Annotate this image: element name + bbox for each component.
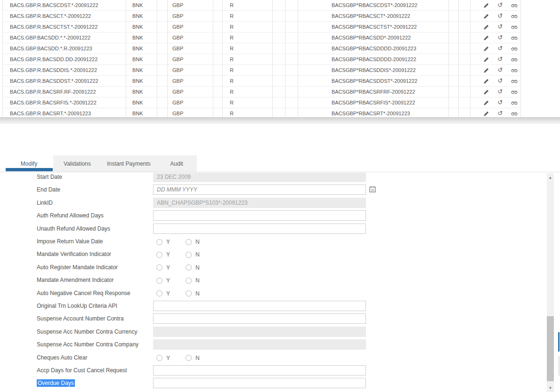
undo-icon[interactable]: ↺ <box>497 110 503 117</box>
undo-icon[interactable]: ↺ <box>497 67 503 73</box>
radio-button[interactable] <box>156 355 162 361</box>
radio-button[interactable] <box>186 278 192 284</box>
table-row: BACS.GBP.BACSDD.*.R-20091223 BNK GBP R B… <box>3 43 520 54</box>
view-icon[interactable] <box>511 56 518 63</box>
radio-button[interactable] <box>186 355 192 361</box>
view-icon[interactable] <box>511 99 518 106</box>
undo-icon[interactable]: ↺ <box>497 45 503 52</box>
view-icon[interactable] <box>511 88 518 95</box>
tab-instant-payments[interactable]: Instant Payments <box>101 155 156 172</box>
edit-icon[interactable] <box>483 45 489 52</box>
cell-empty <box>213 32 223 43</box>
undo-icon[interactable]: ↺ <box>497 88 503 95</box>
edit-icon[interactable] <box>483 56 489 63</box>
cell-empty <box>157 43 168 54</box>
form-row: Suspense Acc Number Contra Currency <box>0 326 547 337</box>
cell-row-actions: ↺ <box>471 108 520 117</box>
vertical-scrollbar[interactable]: ▲ ▼ <box>547 173 554 392</box>
text-input[interactable] <box>153 378 366 388</box>
cell-currency: GBP <box>168 76 213 86</box>
radio-option-y: Y <box>156 277 170 284</box>
undo-icon[interactable]: ↺ <box>497 99 503 106</box>
scrollbar-thumb[interactable] <box>547 316 554 381</box>
table-row: BACS.GBP.R.BACSRF.RF-20091222 BNK GBP R … <box>3 87 520 97</box>
view-icon[interactable] <box>511 24 518 30</box>
undo-icon[interactable]: ↺ <box>497 78 503 84</box>
edit-icon[interactable] <box>483 24 489 30</box>
radio-button[interactable] <box>156 239 162 245</box>
scroll-down-icon[interactable]: ▼ <box>547 384 554 392</box>
view-icon[interactable] <box>511 45 518 52</box>
form-row: Original Trn LookUp Criteria API <box>0 300 547 312</box>
view-icon[interactable] <box>511 2 518 8</box>
cell-row-actions: ↺ <box>471 97 520 108</box>
cell-indicator: R <box>223 87 273 97</box>
tab-validations[interactable]: Validations <box>53 155 101 172</box>
radio-option-label: Y <box>166 355 170 361</box>
cell-clearing-code: BACS.GBP.R.BACSCTST.*-20091222 <box>3 22 126 32</box>
undo-icon[interactable]: ↺ <box>497 56 503 63</box>
form-row: Auth Refund Allowed Days <box>0 210 547 221</box>
cell-indicator: R <box>223 22 273 32</box>
readonly-field: 23 DEC 2009 <box>153 173 366 182</box>
edit-icon[interactable] <box>483 110 489 117</box>
cell-empty <box>459 97 471 108</box>
readonly-field: ABN_CHAPSGBP*S103*-20091223 <box>153 198 366 208</box>
radio-button[interactable] <box>186 252 192 258</box>
tab-label: Modify <box>21 160 37 167</box>
cell-row-actions: ↺ <box>471 22 520 32</box>
text-input[interactable] <box>153 224 366 234</box>
edit-icon[interactable] <box>483 78 489 84</box>
view-icon[interactable] <box>511 67 518 73</box>
cell-empty <box>273 0 285 10</box>
field-label: Cheques Auto Clear <box>37 352 87 363</box>
cell-empty <box>459 76 471 86</box>
cell-empty <box>213 97 223 108</box>
undo-icon[interactable]: ↺ <box>497 13 503 19</box>
view-icon[interactable] <box>511 13 518 19</box>
radio-button[interactable] <box>186 290 192 296</box>
undo-icon[interactable]: ↺ <box>497 2 503 8</box>
radio-button[interactable] <box>186 264 192 271</box>
radio-button[interactable] <box>156 290 162 296</box>
view-icon[interactable] <box>511 110 518 117</box>
view-icon[interactable] <box>511 78 518 84</box>
radio-group: Y N <box>153 288 374 299</box>
text-input[interactable] <box>153 301 366 311</box>
radio-button[interactable] <box>156 264 162 271</box>
cell-row-actions: ↺ <box>471 87 520 97</box>
cell-empty <box>157 0 168 10</box>
right-edge-field-fragment-gray <box>559 356 560 376</box>
date-input[interactable] <box>153 184 366 195</box>
cell-empty <box>273 22 285 32</box>
calendar-icon[interactable]: 31 <box>369 186 376 192</box>
radio-button[interactable] <box>186 239 192 245</box>
text-input[interactable] <box>153 313 366 324</box>
edit-icon[interactable] <box>483 99 489 106</box>
cell-bank-code: BNK <box>126 11 157 21</box>
cell-empty <box>285 54 298 64</box>
tab-modify[interactable]: Modify <box>5 155 53 172</box>
undo-icon[interactable]: ↺ <box>497 24 503 30</box>
text-input[interactable] <box>153 365 366 376</box>
field-control <box>153 339 374 350</box>
scroll-up-icon[interactable]: ▲ <box>547 174 554 182</box>
field-label: Auto Negative Cancel Req Response <box>37 288 130 299</box>
edit-icon[interactable] <box>483 67 489 73</box>
radio-group: Y N <box>153 236 374 248</box>
edit-icon[interactable] <box>483 2 489 8</box>
form-row: Mandate Verification Indicator Y N <box>0 248 547 260</box>
undo-icon[interactable]: ↺ <box>497 34 503 41</box>
edit-icon[interactable] <box>483 13 489 19</box>
radio-button[interactable] <box>156 252 162 258</box>
tab-audit[interactable]: Audit <box>156 155 197 172</box>
edit-icon[interactable] <box>483 88 489 95</box>
cell-clearing-code: BACS.GBP.R.BACSRT.*-20091223 <box>3 108 126 117</box>
text-input[interactable] <box>153 210 366 221</box>
view-icon[interactable] <box>511 34 518 41</box>
radio-button[interactable] <box>156 278 162 284</box>
cell-empty <box>157 54 168 64</box>
cell-empty <box>449 43 459 54</box>
cell-bank-code: BNK <box>126 87 157 97</box>
edit-icon[interactable] <box>483 34 489 41</box>
